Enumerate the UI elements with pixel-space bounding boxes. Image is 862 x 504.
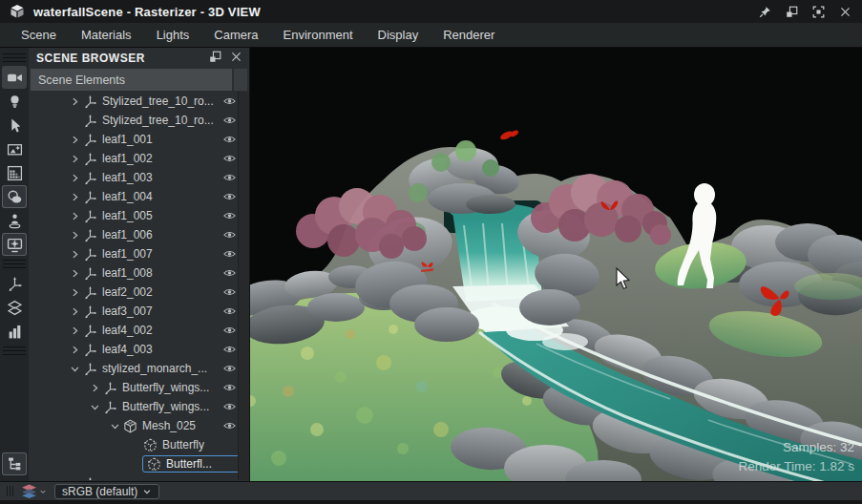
tree-item-leaf3-007[interactable]: leaf3_007 xyxy=(29,302,250,321)
tree-item-label: Mesh_025 xyxy=(142,419,196,432)
hierarchy-button[interactable] xyxy=(2,452,27,475)
chevron-right-icon[interactable] xyxy=(67,246,82,262)
texture-dither-button[interactable] xyxy=(2,161,27,184)
transform-icon xyxy=(82,208,98,223)
filter-options-button[interactable] xyxy=(234,69,247,91)
bar-chart-button[interactable] xyxy=(2,320,27,343)
chevron-right-icon[interactable] xyxy=(67,304,82,319)
chevron-right-icon[interactable] xyxy=(67,132,82,147)
tree-item-leaf4-002[interactable]: leaf4_002 xyxy=(29,321,250,340)
scene-elements-filter-input[interactable] xyxy=(31,69,232,91)
tree-item-label: stylized_monarch_... xyxy=(102,362,207,375)
visibility-eye-icon[interactable] xyxy=(222,324,237,337)
chevron-right-icon[interactable] xyxy=(67,284,82,300)
chevron-down-icon[interactable] xyxy=(67,361,82,376)
menu-display[interactable]: Display xyxy=(366,23,431,47)
visibility-eye-icon[interactable] xyxy=(222,266,237,280)
close-icon[interactable] xyxy=(835,3,854,20)
tree-item-stylized-tree-10-ro[interactable]: Stylized_tree_10_ro... xyxy=(29,92,250,111)
layers-diamond-button[interactable] xyxy=(2,296,27,319)
tree-item-butterfly[interactable]: Butterfly xyxy=(29,435,250,454)
menu-scene[interactable]: Scene xyxy=(9,23,69,47)
tree-item-label: Butterfly_wings... xyxy=(122,381,209,394)
tree-item-leaf1-007[interactable]: leaf1_007 xyxy=(29,244,250,263)
visibility-eye-icon[interactable] xyxy=(222,381,237,394)
tree-item-leaf1-002[interactable]: leaf1_002 xyxy=(29,149,250,168)
chevron-right-icon[interactable] xyxy=(87,380,102,395)
tree-item-leaf1-001[interactable]: leaf1_001 xyxy=(29,130,250,149)
menu-materials[interactable]: Materials xyxy=(69,23,144,47)
tree-item-stylized-monarch[interactable]: stylized_monarch_... xyxy=(29,359,250,378)
color-profile-value: sRGB (default) xyxy=(62,485,137,498)
panel-close-icon[interactable] xyxy=(230,50,242,67)
chevron-right-icon[interactable] xyxy=(67,342,82,357)
menu-camera[interactable]: Camera xyxy=(201,23,270,47)
visibility-eye-icon[interactable] xyxy=(222,94,237,108)
chevron-right-icon[interactable] xyxy=(67,323,82,338)
layers-chevron-icon xyxy=(39,488,47,495)
menu-renderer[interactable]: Renderer xyxy=(431,23,507,47)
transform-gizmo-button[interactable] xyxy=(2,272,27,295)
visibility-eye-icon[interactable] xyxy=(222,171,237,184)
tree-item-partial[interactable] xyxy=(29,473,250,480)
visibility-eye-icon[interactable] xyxy=(222,419,237,432)
chevron-right-icon[interactable] xyxy=(67,208,82,223)
visibility-eye-icon[interactable] xyxy=(222,209,237,222)
tree-item-butterfl[interactable]: Butterfl... xyxy=(29,454,250,473)
visibility-eye-icon[interactable] xyxy=(222,133,237,146)
tree-scrollbar[interactable] xyxy=(238,92,249,480)
tree-item-butterfly-wings[interactable]: Butterfly_wings... xyxy=(29,378,250,397)
visibility-eye-icon[interactable] xyxy=(222,304,237,318)
color-profile-dropdown[interactable]: sRGB (default) xyxy=(54,484,159,499)
app-cube-icon xyxy=(10,4,25,19)
environment-image-button[interactable] xyxy=(2,137,27,160)
visibility-eye-icon[interactable] xyxy=(222,190,237,203)
pin-icon[interactable] xyxy=(755,3,774,20)
visibility-eye-icon[interactable] xyxy=(222,228,237,242)
tree-item-stylized-tree-10-ro[interactable]: Stylized_tree_10_ro... xyxy=(29,111,250,130)
tree-item-leaf1-004[interactable]: leaf1_004 xyxy=(29,187,250,206)
visibility-eye-icon[interactable] xyxy=(222,362,237,375)
select-cursor-button[interactable] xyxy=(2,114,27,136)
tree-item-butterfly-wings[interactable]: Butterfly_wings... xyxy=(29,397,250,416)
chevron-right-icon[interactable] xyxy=(67,227,82,242)
visibility-eye-icon[interactable] xyxy=(222,247,237,261)
tree-item-leaf1-005[interactable]: leaf1_005 xyxy=(29,206,250,225)
panel-restore-icon[interactable] xyxy=(209,50,221,67)
tree-item-mesh-025[interactable]: Mesh_025 xyxy=(29,416,250,435)
tree-item-leaf1-003[interactable]: leaf1_003 xyxy=(29,168,250,187)
tree-item-leaf4-003[interactable]: leaf4_003 xyxy=(29,340,250,359)
visibility-eye-icon[interactable] xyxy=(222,285,237,299)
light-bulb-button[interactable] xyxy=(2,90,27,113)
chevron-right-icon[interactable] xyxy=(67,265,82,281)
tree-item-leaf2-002[interactable]: leaf2_002 xyxy=(29,283,250,302)
render-settings-button[interactable] xyxy=(2,233,27,256)
chevron-right-icon[interactable] xyxy=(67,94,82,109)
visibility-eye-icon[interactable] xyxy=(222,476,237,480)
restore-window-icon[interactable] xyxy=(782,3,801,20)
tree-item-leaf1-008[interactable]: leaf1_008 xyxy=(29,263,250,283)
avatar-turntable-button[interactable] xyxy=(2,209,27,232)
chevron-down-icon[interactable] xyxy=(107,418,122,433)
chevron-down-icon[interactable] xyxy=(87,399,102,414)
visibility-eye-icon[interactable] xyxy=(222,400,237,413)
color-layers-button[interactable] xyxy=(20,484,47,498)
chevron-right-icon[interactable] xyxy=(67,170,82,185)
tree-item-leaf1-006[interactable]: leaf1_006 xyxy=(29,225,250,244)
chevron-right-icon[interactable] xyxy=(67,189,82,204)
menu-lights[interactable]: Lights xyxy=(144,23,202,47)
material-sphere-button[interactable] xyxy=(2,185,27,208)
chevron-right-icon[interactable] xyxy=(67,151,82,166)
tree-item-label: Butterfly xyxy=(162,438,204,452)
bottom-bar-drag-handle[interactable] xyxy=(7,486,13,496)
menu-environment[interactable]: Environment xyxy=(271,23,366,47)
visibility-eye-icon[interactable] xyxy=(222,152,237,165)
rename-field[interactable]: Butterfl... xyxy=(142,455,243,472)
viewport-3d[interactable]: Samples: 32 Render Time: 1.82 s xyxy=(250,48,862,481)
maximize-icon[interactable] xyxy=(809,3,828,20)
visibility-eye-icon[interactable] xyxy=(222,343,237,356)
video-camera-button[interactable] xyxy=(2,66,27,89)
tree-item-label: leaf1_003 xyxy=(102,171,153,184)
scene-browser-panel: SCENE BROWSER Stylized_tree_10_ro...Styl… xyxy=(29,48,250,481)
visibility-eye-icon[interactable] xyxy=(222,114,237,127)
